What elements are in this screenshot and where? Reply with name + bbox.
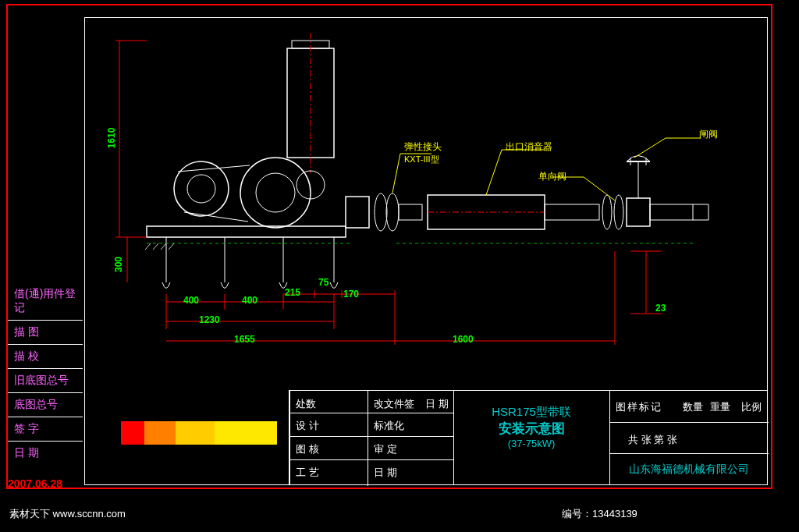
svg-line-34 bbox=[161, 243, 166, 250]
dim-1230: 1230 bbox=[199, 314, 220, 325]
anno-silencer: 出口消音器 bbox=[506, 140, 552, 154]
anno-coupling-label: 弹性接头 bbox=[404, 141, 442, 152]
dim-23: 23 bbox=[655, 303, 666, 314]
svg-rect-10 bbox=[147, 226, 346, 237]
svg-line-9 bbox=[184, 212, 248, 222]
tb-m3: 审 定 bbox=[371, 441, 400, 458]
side-panel: 借(通)用件登记 描 图 描 校 旧底图总号 底图总号 签 字 日 期 bbox=[8, 282, 83, 465]
tb-l3: 图 核 bbox=[293, 441, 322, 458]
svg-line-8 bbox=[178, 165, 250, 172]
tb-m4: 日 期 bbox=[371, 464, 400, 481]
color-bars bbox=[121, 421, 277, 445]
svg-point-4 bbox=[187, 175, 215, 203]
side-borrow: 借(通)用件登记 bbox=[8, 282, 83, 321]
dim-1610: 1610 bbox=[106, 128, 117, 149]
svg-line-56 bbox=[392, 154, 400, 193]
tb-l4: 工 艺 bbox=[293, 464, 322, 481]
svg-rect-29 bbox=[650, 204, 693, 220]
svg-point-5 bbox=[240, 158, 311, 228]
dim-75: 75 bbox=[318, 277, 328, 288]
tb-r4: 比例 bbox=[738, 399, 765, 416]
tb-r3: 重量 bbox=[707, 399, 733, 416]
tb-l2: 设 计 bbox=[293, 417, 322, 434]
title-line2: 安装示意图 bbox=[457, 420, 605, 438]
tb-m0: 日 期 bbox=[422, 395, 452, 413]
title-block: 处数 改文件签 日 期 设 计 标准化 图 核 审 定 工 艺 日 期 HSR1… bbox=[289, 390, 768, 485]
svg-line-33 bbox=[153, 243, 158, 250]
side-trace: 描 图 bbox=[8, 321, 83, 345]
svg-rect-15 bbox=[346, 197, 369, 228]
tb-r2: 数量 bbox=[680, 399, 706, 416]
anno-coupling: 弹性接头 KXT-III型 bbox=[404, 140, 442, 165]
anno-gate-valve: 闸阀 bbox=[699, 128, 718, 141]
svg-line-60 bbox=[634, 138, 666, 158]
dim-400b: 400 bbox=[242, 295, 257, 306]
tb-m2: 标准化 bbox=[371, 417, 407, 434]
print-date: 2007.06.28 bbox=[8, 477, 62, 490]
svg-point-17 bbox=[386, 193, 399, 231]
tb-m1: 改文件签 bbox=[371, 395, 417, 413]
anno-coupling-sub: KXT-III型 bbox=[404, 154, 439, 164]
svg-rect-18 bbox=[399, 204, 422, 220]
svg-line-35 bbox=[169, 243, 174, 250]
title-line1: HSR175型带联 bbox=[457, 405, 605, 420]
side-basenum: 底图总号 bbox=[8, 393, 83, 417]
svg-point-23 bbox=[614, 195, 623, 229]
dim-300: 300 bbox=[113, 257, 124, 272]
company: 山东海福德机械有限公司 bbox=[613, 463, 765, 477]
tb-r5: 共 张 第 张 bbox=[625, 431, 680, 449]
title-line3: (37-75kW) bbox=[457, 438, 605, 449]
dim-1655: 1655 bbox=[234, 334, 255, 345]
dim-400a: 400 bbox=[183, 295, 199, 306]
svg-line-62 bbox=[584, 177, 615, 200]
svg-line-32 bbox=[145, 243, 151, 250]
svg-rect-21 bbox=[545, 204, 599, 220]
drawing-title: HSR175型带联 安装示意图 (37-75kW) bbox=[457, 405, 605, 449]
svg-rect-24 bbox=[627, 198, 650, 226]
side-tracecheck: 描 校 bbox=[8, 345, 83, 369]
footer-left: 素材天下 www.sccnn.com bbox=[9, 507, 126, 521]
tb-r1: 图样标记 bbox=[613, 399, 666, 416]
svg-point-16 bbox=[375, 193, 387, 231]
svg-point-22 bbox=[602, 195, 612, 229]
side-oldnum: 旧底图总号 bbox=[8, 369, 83, 393]
dim-215: 215 bbox=[285, 287, 300, 298]
side-date: 日 期 bbox=[8, 442, 83, 465]
dim-1600: 1600 bbox=[453, 334, 474, 345]
tb-l1: 处数 bbox=[293, 395, 319, 413]
dim-170: 170 bbox=[343, 289, 359, 300]
side-sign: 签 字 bbox=[8, 417, 83, 442]
anno-check-valve: 单向阀 bbox=[538, 170, 566, 183]
footer-right: 编号：13443139 bbox=[562, 507, 637, 521]
svg-line-58 bbox=[486, 150, 502, 195]
svg-point-6 bbox=[256, 173, 295, 212]
